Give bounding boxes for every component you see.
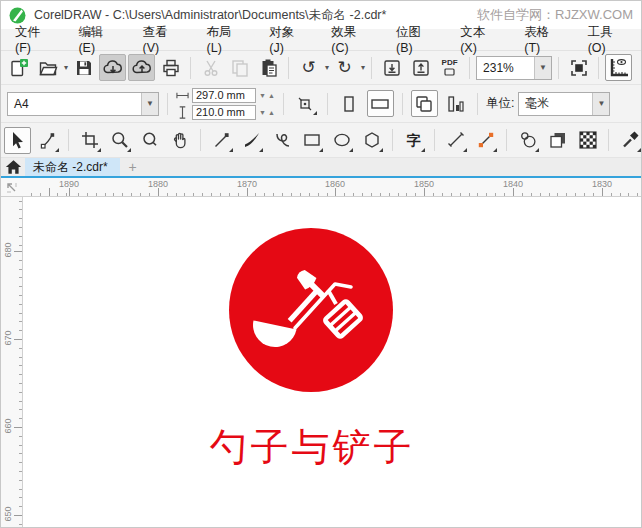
connector-tool[interactable] [472, 127, 499, 154]
toolbar-separator [477, 93, 478, 115]
ruler-label: 1880 [148, 179, 168, 189]
curve-tool[interactable] [268, 127, 295, 154]
menu-edit[interactable]: 编辑(E) [66, 22, 130, 57]
toolbar-separator [190, 57, 191, 79]
toolbar-separator [327, 93, 328, 115]
portrait-orientation-button[interactable] [336, 90, 363, 117]
artistic-media-tool[interactable] [238, 127, 265, 154]
zoom-tool[interactable] [106, 127, 133, 154]
toolbar-separator [598, 57, 599, 79]
pdf-label: PDF [442, 59, 458, 67]
menu-bitmaps[interactable]: 位图(B) [384, 22, 448, 57]
menu-effects[interactable]: 效果(C) [319, 22, 384, 57]
new-tab-button[interactable]: + [120, 158, 146, 176]
ellipse-tool[interactable] [328, 127, 355, 154]
toolbox-separator [68, 129, 69, 151]
eyedropper-tool[interactable] [616, 127, 642, 154]
text-tool-glyph: 字 [407, 133, 421, 147]
nudge-offset-button[interactable] [292, 90, 319, 117]
menu-object[interactable]: 对象(J) [257, 22, 319, 57]
page-size-dropdown-arrow-icon[interactable]: ▼ [141, 93, 158, 115]
page-width-spinner[interactable]: ▼▲ [259, 92, 275, 99]
paste-button[interactable] [255, 54, 282, 81]
ruler-label: 670 [3, 324, 13, 352]
polygon-tool[interactable] [358, 127, 385, 154]
menu-text[interactable]: 文本(X) [448, 22, 512, 57]
redo-dropdown-arrow-icon[interactable]: ▾ [361, 63, 365, 72]
ruler-label: 1830 [592, 179, 612, 189]
zoom-dropdown-arrow-icon[interactable]: ▼ [534, 57, 551, 79]
new-document-button[interactable] [5, 54, 32, 81]
page-dimensions-group: 297.0 mm ▼▲ 210.0 mm ▼▲ [176, 88, 275, 120]
document-tab-label: 未命名 -2.cdr* [33, 159, 108, 176]
toolbar-separator [288, 57, 289, 79]
copy-button [226, 54, 253, 81]
current-page-button[interactable] [442, 90, 469, 117]
ruler-origin-icon[interactable] [3, 179, 19, 195]
coreldraw-window: CorelDRAW - C:\Users\Administrator\Docum… [0, 0, 642, 528]
import-button[interactable] [378, 54, 405, 81]
toolbox-separator [392, 129, 393, 151]
ruler-label: 1850 [414, 179, 434, 189]
zoom-level-combo[interactable]: 231% ▼ [476, 56, 552, 80]
page-size-value: A4 [8, 97, 141, 111]
ruler-label: 680 [3, 236, 13, 264]
drop-shadow-tool[interactable] [544, 127, 571, 154]
undo-dropdown-arrow-icon[interactable]: ▾ [325, 63, 329, 72]
units-combo[interactable]: 毫米 ▼ [518, 92, 610, 116]
text-tool[interactable]: 字 [400, 127, 427, 154]
save-button[interactable] [70, 54, 97, 81]
home-icon [5, 159, 22, 175]
page-height-icon [176, 106, 189, 119]
redo-button[interactable]: ↻ [331, 54, 358, 81]
menu-view[interactable]: 查看(V) [130, 22, 194, 57]
freehand-tool[interactable] [208, 127, 235, 154]
logo-circle-graphic[interactable] [229, 228, 393, 392]
window-title: CorelDRAW - C:\Users\Administrator\Docum… [34, 7, 386, 24]
pan-tool[interactable] [166, 127, 193, 154]
export-button[interactable] [407, 54, 434, 81]
landscape-orientation-button[interactable] [367, 90, 394, 117]
menu-table[interactable]: 表格(T) [512, 22, 575, 57]
show-rulers-toggle[interactable] [605, 54, 632, 81]
menu-layout[interactable]: 布局(L) [195, 22, 258, 57]
zoom-level-value: 231% [477, 61, 534, 75]
dimension-tool[interactable] [442, 127, 469, 154]
publish-pdf-button[interactable]: PDF [436, 54, 463, 81]
undo-icon: ↺ [301, 59, 315, 76]
page-width-field[interactable]: 297.0 mm [192, 88, 256, 103]
open-dropdown-arrow-icon[interactable]: ▾ [64, 63, 68, 72]
print-button[interactable] [157, 54, 184, 81]
fullscreen-preview-button[interactable] [565, 54, 592, 81]
menu-tools[interactable]: 工具(O) [576, 22, 641, 57]
horizontal-ruler[interactable]: 1890 1880 1870 1860 1850 1840 1830 [1, 178, 642, 197]
units-dropdown-arrow-icon[interactable]: ▼ [592, 93, 609, 115]
shape-tool[interactable] [34, 127, 61, 154]
page-width-icon [176, 89, 189, 102]
cloud-save-button[interactable] [128, 54, 155, 81]
page-height-field[interactable]: 210.0 mm [192, 105, 256, 120]
page-size-combo[interactable]: A4 ▼ [7, 92, 159, 116]
pick-tool[interactable] [4, 127, 31, 154]
undo-button[interactable]: ↺ [295, 54, 322, 81]
ruler-label: 1860 [325, 179, 345, 189]
document-tab-active[interactable]: 未命名 -2.cdr* [25, 158, 120, 176]
welcome-home-button[interactable] [1, 158, 25, 176]
transparency-tool[interactable] [574, 127, 601, 154]
zoom-secondary-tool[interactable] [136, 127, 163, 154]
ruler-label: 660 [3, 412, 13, 440]
redo-icon: ↻ [337, 59, 351, 76]
cloud-open-button[interactable] [99, 54, 126, 81]
crop-tool[interactable] [76, 127, 103, 154]
all-pages-button[interactable] [411, 90, 438, 117]
toolbar-separator [469, 57, 470, 79]
drawing-canvas[interactable]: 勺子与铲子 [24, 198, 642, 528]
vertical-ruler[interactable]: 680 670 660 650 [1, 197, 23, 528]
rectangle-tool[interactable] [298, 127, 325, 154]
contour-tool[interactable] [514, 127, 541, 154]
units-label: 单位: [486, 95, 514, 112]
open-document-button[interactable] [34, 54, 61, 81]
menu-file[interactable]: 文件(F) [3, 22, 66, 57]
page-height-spinner[interactable]: ▼▲ [259, 109, 275, 116]
logo-text[interactable]: 勺子与铲子 [210, 422, 415, 473]
